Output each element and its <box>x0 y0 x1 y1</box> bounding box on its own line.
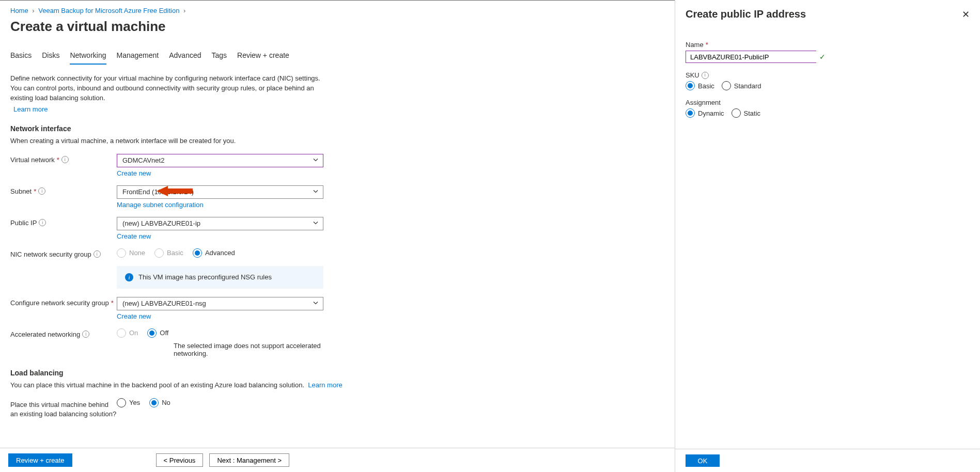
subnet-manage-link[interactable]: Manage subnet configuration <box>117 201 204 209</box>
nsg-radio-none[interactable]: None <box>117 248 145 258</box>
info-icon[interactable]: i <box>39 219 46 226</box>
panel-title: Create public IP address <box>686 8 806 20</box>
panel-sku-label: SKU i <box>686 71 970 79</box>
nsg-radio-basic[interactable]: Basic <box>154 248 183 258</box>
info-icon: i <box>125 273 133 281</box>
panel-ok-button[interactable]: OK <box>686 454 720 467</box>
ni-helper-text: When creating a virtual machine, a netwo… <box>10 137 664 145</box>
info-icon[interactable]: i <box>702 72 709 79</box>
virtual-network-dropdown[interactable]: GDMCAVnet2 <box>117 154 323 167</box>
chevron-down-icon <box>313 300 319 307</box>
chevron-down-icon <box>313 219 319 227</box>
label-subnet: Subnet* i <box>10 185 117 195</box>
create-public-ip-panel: Create public IP address ✕ Name* ✓ SKU i… <box>675 0 980 472</box>
close-icon[interactable]: ✕ <box>962 9 970 20</box>
label-accelerated: Accelerated networking i <box>10 328 117 338</box>
tab-disks[interactable]: Disks <box>42 49 59 65</box>
learn-more-link[interactable]: Learn more <box>13 105 48 113</box>
accel-radio-off[interactable]: Off <box>147 328 168 338</box>
page-title: Create a virtual machine <box>10 19 664 35</box>
nsg-info-banner: i This VM image has preconfigured NSG ru… <box>117 266 323 289</box>
lb-radio-yes[interactable]: Yes <box>117 398 140 407</box>
panel-assignment-label: Assignment <box>686 99 970 106</box>
chevron-down-icon <box>313 188 319 196</box>
breadcrumb: Home › Veeam Backup for Microsoft Azure … <box>10 7 664 14</box>
accel-note: The selected image does not support acce… <box>174 342 323 357</box>
info-icon[interactable]: i <box>38 187 45 195</box>
next-button[interactable]: Next : Management > <box>209 453 289 467</box>
public-ip-dropdown[interactable]: (new) LABVBAZURE01-ip <box>117 217 323 230</box>
label-lb: Place this virtual machine behind an exi… <box>10 398 117 419</box>
tab-basics[interactable]: Basics <box>10 49 32 65</box>
nsg-radio-advanced[interactable]: Advanced <box>193 248 235 258</box>
accel-radio-on[interactable]: On <box>117 328 138 338</box>
chevron-right-icon: › <box>183 7 185 14</box>
info-icon[interactable]: i <box>61 156 69 163</box>
label-nic-nsg: NIC network security group i <box>10 248 117 258</box>
section-network-interface: Network interface <box>10 124 664 133</box>
check-icon: ✓ <box>819 53 826 61</box>
lb-learn-more-link[interactable]: Learn more <box>308 381 342 389</box>
info-icon[interactable]: i <box>94 250 101 258</box>
nsg-create-new-link[interactable]: Create new <box>117 312 151 320</box>
tab-review[interactable]: Review + create <box>237 49 289 65</box>
vnet-create-new-link[interactable]: Create new <box>117 169 151 177</box>
section-load-balancing: Load balancing <box>10 369 664 377</box>
tab-management[interactable]: Management <box>117 49 159 65</box>
breadcrumb-item[interactable]: Veeam Backup for Microsoft Azure Free Ed… <box>38 7 179 14</box>
previous-button[interactable]: < Previous <box>156 453 204 467</box>
configure-nsg-dropdown[interactable]: (new) LABVBAZURE01-nsg <box>117 297 323 310</box>
review-create-button[interactable]: Review + create <box>8 453 72 467</box>
tab-networking[interactable]: Networking <box>70 49 106 65</box>
panel-name-input[interactable] <box>686 51 816 63</box>
public-ip-create-new-link[interactable]: Create new <box>117 232 151 240</box>
panel-name-label: Name* <box>686 41 970 49</box>
label-public-ip: Public IP i <box>10 217 117 227</box>
info-icon[interactable]: i <box>82 331 89 338</box>
chevron-down-icon <box>313 156 319 164</box>
intro-text: Define network connectivity for your vir… <box>10 74 331 103</box>
chevron-right-icon: › <box>32 7 34 14</box>
subnet-dropdown[interactable]: FrontEnd (10.15.1.0/24) <box>117 185 323 199</box>
lb-radio-no[interactable]: No <box>149 398 170 407</box>
label-configure-nsg: Configure network security group* <box>10 297 117 307</box>
sku-radio-basic[interactable]: Basic <box>686 81 714 90</box>
tab-tags[interactable]: Tags <box>212 49 227 65</box>
assign-radio-static[interactable]: Static <box>732 108 761 118</box>
tab-advanced[interactable]: Advanced <box>169 49 201 65</box>
footer-bar: Review + create < Previous Next : Manage… <box>0 448 675 472</box>
assign-radio-dynamic[interactable]: Dynamic <box>686 108 724 118</box>
lb-text: You can place this virtual machine in th… <box>10 381 664 389</box>
tab-bar: Basics Disks Networking Management Advan… <box>10 49 664 65</box>
label-virtual-network: Virtual network* i <box>10 154 117 164</box>
sku-radio-standard[interactable]: Standard <box>722 81 761 90</box>
breadcrumb-home[interactable]: Home <box>10 7 28 14</box>
